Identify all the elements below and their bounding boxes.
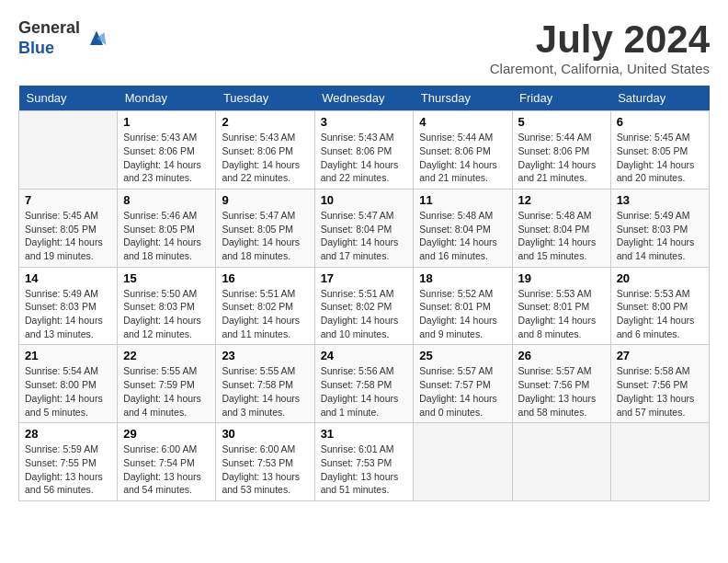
calendar-week-row: 21Sunrise: 5:54 AM Sunset: 8:00 PM Dayli… <box>19 345 710 423</box>
calendar-week-row: 1Sunrise: 5:43 AM Sunset: 8:06 PM Daylig… <box>19 111 710 190</box>
day-of-week-header: Friday <box>512 86 610 111</box>
calendar-cell <box>19 111 118 190</box>
day-number: 19 <box>518 271 605 285</box>
calendar-cell: 27Sunrise: 5:58 AM Sunset: 7:56 PM Dayli… <box>610 345 709 423</box>
calendar-cell: 31Sunrise: 6:01 AM Sunset: 7:53 PM Dayli… <box>314 423 414 501</box>
day-number: 6 <box>617 115 703 129</box>
day-number: 17 <box>321 271 408 285</box>
day-number: 11 <box>419 193 506 207</box>
day-number: 23 <box>222 349 308 362</box>
day-info: Sunrise: 5:45 AM Sunset: 8:05 PM Dayligh… <box>25 209 111 263</box>
calendar-cell: 1Sunrise: 5:43 AM Sunset: 8:06 PM Daylig… <box>118 111 216 190</box>
calendar-cell: 26Sunrise: 5:57 AM Sunset: 7:56 PM Dayli… <box>512 345 610 423</box>
day-info: Sunrise: 5:44 AM Sunset: 8:06 PM Dayligh… <box>518 131 605 185</box>
calendar-cell: 18Sunrise: 5:52 AM Sunset: 8:01 PM Dayli… <box>414 267 512 345</box>
day-info: Sunrise: 5:53 AM Sunset: 8:01 PM Dayligh… <box>518 287 605 341</box>
day-number: 9 <box>222 193 308 207</box>
day-info: Sunrise: 5:52 AM Sunset: 8:01 PM Dayligh… <box>419 287 506 341</box>
calendar-cell: 8Sunrise: 5:46 AM Sunset: 8:05 PM Daylig… <box>118 189 216 267</box>
day-info: Sunrise: 5:58 AM Sunset: 7:56 PM Dayligh… <box>617 364 703 419</box>
day-number: 4 <box>419 115 506 129</box>
day-info: Sunrise: 5:49 AM Sunset: 8:03 PM Dayligh… <box>25 287 111 341</box>
day-info: Sunrise: 5:47 AM Sunset: 8:05 PM Dayligh… <box>222 209 308 263</box>
day-number: 15 <box>123 271 210 285</box>
day-number: 16 <box>222 271 308 285</box>
calendar-cell: 30Sunrise: 6:00 AM Sunset: 7:53 PM Dayli… <box>216 423 314 501</box>
day-number: 3 <box>321 115 408 129</box>
day-number: 20 <box>617 271 703 285</box>
logo-text: General Blue <box>18 18 80 58</box>
day-info: Sunrise: 5:54 AM Sunset: 8:00 PM Dayligh… <box>25 364 111 419</box>
day-number: 31 <box>321 427 408 441</box>
day-number: 13 <box>617 193 703 207</box>
calendar-cell: 6Sunrise: 5:45 AM Sunset: 8:05 PM Daylig… <box>610 111 709 190</box>
day-of-week-header: Tuesday <box>216 86 314 111</box>
calendar-cell: 16Sunrise: 5:51 AM Sunset: 8:02 PM Dayli… <box>216 267 314 345</box>
day-info: Sunrise: 5:43 AM Sunset: 8:06 PM Dayligh… <box>222 131 308 185</box>
calendar-cell <box>512 423 610 501</box>
day-number: 27 <box>617 349 703 362</box>
day-info: Sunrise: 6:00 AM Sunset: 7:53 PM Dayligh… <box>222 442 308 497</box>
day-info: Sunrise: 5:55 AM Sunset: 7:58 PM Dayligh… <box>222 364 308 419</box>
day-of-week-header: Monday <box>118 86 216 111</box>
day-of-week-header: Sunday <box>19 86 118 111</box>
day-number: 21 <box>25 349 111 362</box>
calendar-cell: 21Sunrise: 5:54 AM Sunset: 8:00 PM Dayli… <box>19 345 118 423</box>
day-info: Sunrise: 5:50 AM Sunset: 8:03 PM Dayligh… <box>123 287 210 341</box>
month-title: July 2024 <box>490 18 710 61</box>
calendar-cell: 24Sunrise: 5:56 AM Sunset: 7:58 PM Dayli… <box>314 345 414 423</box>
calendar-cell: 20Sunrise: 5:53 AM Sunset: 8:00 PM Dayli… <box>610 267 709 345</box>
calendar-cell: 5Sunrise: 5:44 AM Sunset: 8:06 PM Daylig… <box>512 111 610 190</box>
calendar-cell: 12Sunrise: 5:48 AM Sunset: 8:04 PM Dayli… <box>512 189 610 267</box>
day-number: 7 <box>25 193 111 207</box>
day-info: Sunrise: 5:59 AM Sunset: 7:55 PM Dayligh… <box>25 442 111 497</box>
day-number: 18 <box>419 271 506 285</box>
day-number: 12 <box>518 193 605 207</box>
calendar-cell: 22Sunrise: 5:55 AM Sunset: 7:59 PM Dayli… <box>118 345 216 423</box>
day-info: Sunrise: 5:45 AM Sunset: 8:05 PM Dayligh… <box>617 131 703 185</box>
calendar-cell: 29Sunrise: 6:00 AM Sunset: 7:54 PM Dayli… <box>118 423 216 501</box>
day-number: 14 <box>25 271 111 285</box>
calendar-cell: 2Sunrise: 5:43 AM Sunset: 8:06 PM Daylig… <box>216 111 314 190</box>
calendar-cell: 17Sunrise: 5:51 AM Sunset: 8:02 PM Dayli… <box>314 267 414 345</box>
title-block: July 2024 Claremont, California, United … <box>490 18 710 76</box>
calendar-cell: 7Sunrise: 5:45 AM Sunset: 8:05 PM Daylig… <box>19 189 118 267</box>
day-info: Sunrise: 5:55 AM Sunset: 7:59 PM Dayligh… <box>123 364 210 419</box>
page-header: General Blue July 2024 Claremont, Califo… <box>18 18 710 76</box>
day-info: Sunrise: 5:49 AM Sunset: 8:03 PM Dayligh… <box>617 209 703 263</box>
day-info: Sunrise: 6:00 AM Sunset: 7:54 PM Dayligh… <box>123 442 210 497</box>
day-number: 25 <box>419 349 506 362</box>
calendar-cell: 13Sunrise: 5:49 AM Sunset: 8:03 PM Dayli… <box>610 189 709 267</box>
logo-blue: Blue <box>18 39 54 57</box>
logo-general: General <box>18 18 80 37</box>
day-number: 24 <box>321 349 408 362</box>
calendar-cell: 15Sunrise: 5:50 AM Sunset: 8:03 PM Dayli… <box>118 267 216 345</box>
day-info: Sunrise: 5:53 AM Sunset: 8:00 PM Dayligh… <box>617 287 703 341</box>
calendar-cell: 10Sunrise: 5:47 AM Sunset: 8:04 PM Dayli… <box>314 189 414 267</box>
day-number: 8 <box>123 193 210 207</box>
calendar-week-row: 14Sunrise: 5:49 AM Sunset: 8:03 PM Dayli… <box>19 267 710 345</box>
day-info: Sunrise: 5:56 AM Sunset: 7:58 PM Dayligh… <box>321 364 408 419</box>
day-number: 2 <box>222 115 308 129</box>
day-number: 22 <box>123 349 210 362</box>
calendar-week-row: 28Sunrise: 5:59 AM Sunset: 7:55 PM Dayli… <box>19 423 710 501</box>
calendar-cell: 9Sunrise: 5:47 AM Sunset: 8:05 PM Daylig… <box>216 189 314 267</box>
day-info: Sunrise: 5:46 AM Sunset: 8:05 PM Dayligh… <box>123 209 210 263</box>
day-of-week-header: Wednesday <box>314 86 414 111</box>
calendar-cell: 4Sunrise: 5:44 AM Sunset: 8:06 PM Daylig… <box>414 111 512 190</box>
calendar-week-row: 7Sunrise: 5:45 AM Sunset: 8:05 PM Daylig… <box>19 189 710 267</box>
location: Claremont, California, United States <box>490 61 710 76</box>
calendar-cell: 25Sunrise: 5:57 AM Sunset: 7:57 PM Dayli… <box>414 345 512 423</box>
day-number: 26 <box>518 349 605 362</box>
day-number: 10 <box>321 193 408 207</box>
calendar-cell: 28Sunrise: 5:59 AM Sunset: 7:55 PM Dayli… <box>19 423 118 501</box>
day-number: 28 <box>25 427 111 441</box>
calendar-cell: 14Sunrise: 5:49 AM Sunset: 8:03 PM Dayli… <box>19 267 118 345</box>
day-info: Sunrise: 5:44 AM Sunset: 8:06 PM Dayligh… <box>419 131 506 185</box>
calendar-cell: 3Sunrise: 5:43 AM Sunset: 8:06 PM Daylig… <box>314 111 414 190</box>
calendar-cell <box>414 423 512 501</box>
day-number: 29 <box>123 427 210 441</box>
logo-icon <box>84 26 109 52</box>
day-info: Sunrise: 5:47 AM Sunset: 8:04 PM Dayligh… <box>321 209 408 263</box>
day-info: Sunrise: 5:48 AM Sunset: 8:04 PM Dayligh… <box>419 209 506 263</box>
